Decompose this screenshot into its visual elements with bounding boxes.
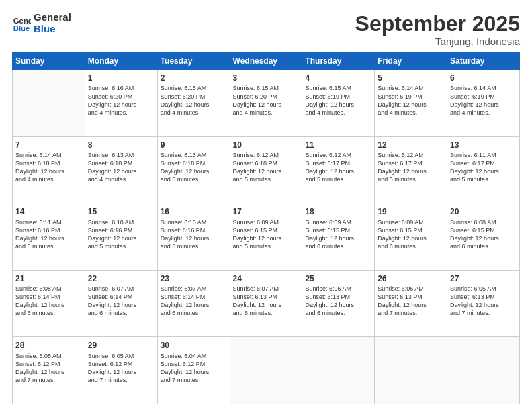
day-number: 25 [305,273,371,284]
calendar-cell [302,337,375,404]
logo-general: General [34,12,71,24]
calendar-cell [375,337,447,404]
day-number: 8 [88,140,154,150]
day-info: Sunrise: 6:06 AMSunset: 6:13 PMDaylight:… [378,285,444,318]
day-info: Sunrise: 6:09 AMSunset: 6:15 PMDaylight:… [305,218,371,251]
calendar-cell: 7Sunrise: 6:14 AMSunset: 6:18 PMDaylight… [13,136,85,203]
column-header-saturday: Saturday [447,53,520,70]
title-block: September 2025 Tanjung, Indonesia [355,12,520,47]
calendar-cell: 21Sunrise: 6:08 AMSunset: 6:14 PMDayligh… [13,270,85,337]
day-number: 16 [161,206,227,217]
day-number: 9 [161,140,227,150]
day-number: 1 [88,73,154,83]
calendar-cell: 29Sunrise: 6:05 AMSunset: 6:12 PMDayligh… [85,337,157,404]
column-header-thursday: Thursday [302,53,375,70]
location: Tanjung, Indonesia [355,36,520,47]
day-info: Sunrise: 6:07 AMSunset: 6:14 PMDaylight:… [161,285,227,318]
day-number: 12 [378,140,444,150]
calendar-cell: 19Sunrise: 6:09 AMSunset: 6:15 PMDayligh… [375,203,447,271]
day-number: 21 [15,273,82,284]
day-number: 30 [161,340,227,351]
calendar-cell: 13Sunrise: 6:11 AMSunset: 6:17 PMDayligh… [447,136,520,203]
calendar-cell [230,337,302,404]
day-info: Sunrise: 6:16 AMSunset: 6:20 PMDaylight:… [88,84,154,117]
day-number: 26 [378,273,444,284]
calendar-cell: 2Sunrise: 6:15 AMSunset: 6:20 PMDaylight… [157,70,230,137]
calendar-cell: 26Sunrise: 6:06 AMSunset: 6:13 PMDayligh… [375,270,447,337]
day-number: 28 [15,340,82,351]
page-header: General Blue General Blue September 2025… [12,12,520,47]
day-number: 13 [450,140,517,150]
day-info: Sunrise: 6:05 AMSunset: 6:12 PMDaylight:… [15,352,82,385]
day-number: 3 [233,73,300,83]
day-info: Sunrise: 6:15 AMSunset: 6:20 PMDaylight:… [161,84,227,117]
day-number: 15 [88,206,154,217]
day-info: Sunrise: 6:12 AMSunset: 6:17 PMDaylight:… [305,151,371,184]
day-number: 29 [88,340,154,351]
calendar-cell: 4Sunrise: 6:15 AMSunset: 6:19 PMDaylight… [302,70,375,137]
calendar-cell: 14Sunrise: 6:11 AMSunset: 6:16 PMDayligh… [13,203,85,271]
calendar-cell: 16Sunrise: 6:10 AMSunset: 6:16 PMDayligh… [157,203,230,271]
day-info: Sunrise: 6:08 AMSunset: 6:14 PMDaylight:… [15,285,82,318]
day-info: Sunrise: 6:12 AMSunset: 6:17 PMDaylight:… [378,151,444,184]
day-info: Sunrise: 6:15 AMSunset: 6:20 PMDaylight:… [233,84,300,117]
calendar-cell: 6Sunrise: 6:14 AMSunset: 6:19 PMDaylight… [447,70,520,137]
day-number: 10 [233,140,300,150]
day-info: Sunrise: 6:12 AMSunset: 6:18 PMDaylight:… [233,151,300,184]
day-number: 5 [378,73,444,83]
day-info: Sunrise: 6:06 AMSunset: 6:13 PMDaylight:… [305,285,371,318]
day-number: 11 [305,140,371,150]
calendar-cell: 23Sunrise: 6:07 AMSunset: 6:14 PMDayligh… [157,270,230,337]
day-number: 4 [305,73,371,83]
month-title: September 2025 [355,12,520,36]
logo-blue: Blue [34,24,71,35]
calendar-cell: 9Sunrise: 6:13 AMSunset: 6:18 PMDaylight… [157,136,230,203]
day-number: 14 [15,206,82,217]
calendar-cell: 22Sunrise: 6:07 AMSunset: 6:14 PMDayligh… [85,270,157,337]
day-number: 18 [305,206,371,217]
column-header-wednesday: Wednesday [230,53,302,70]
column-header-monday: Monday [85,53,157,70]
day-info: Sunrise: 6:14 AMSunset: 6:19 PMDaylight:… [450,84,517,117]
calendar-cell: 10Sunrise: 6:12 AMSunset: 6:18 PMDayligh… [230,136,302,203]
calendar-cell: 12Sunrise: 6:12 AMSunset: 6:17 PMDayligh… [375,136,447,203]
day-info: Sunrise: 6:13 AMSunset: 6:18 PMDaylight:… [88,151,154,184]
calendar-cell: 27Sunrise: 6:05 AMSunset: 6:13 PMDayligh… [447,270,520,337]
day-info: Sunrise: 6:09 AMSunset: 6:15 PMDaylight:… [233,218,300,251]
day-number: 23 [161,273,227,284]
calendar-week-row: 21Sunrise: 6:08 AMSunset: 6:14 PMDayligh… [13,270,520,337]
day-info: Sunrise: 6:08 AMSunset: 6:15 PMDaylight:… [450,218,517,251]
calendar-cell [13,70,85,137]
calendar-cell: 8Sunrise: 6:13 AMSunset: 6:18 PMDaylight… [85,136,157,203]
calendar-cell: 15Sunrise: 6:10 AMSunset: 6:16 PMDayligh… [85,203,157,271]
calendar-cell [447,337,520,404]
day-number: 19 [378,206,444,217]
calendar-week-row: 14Sunrise: 6:11 AMSunset: 6:16 PMDayligh… [13,203,520,271]
calendar-cell: 1Sunrise: 6:16 AMSunset: 6:20 PMDaylight… [85,70,157,137]
day-info: Sunrise: 6:13 AMSunset: 6:18 PMDaylight:… [161,151,227,184]
day-info: Sunrise: 6:07 AMSunset: 6:14 PMDaylight:… [88,285,154,318]
day-info: Sunrise: 6:10 AMSunset: 6:16 PMDaylight:… [88,218,154,251]
day-info: Sunrise: 6:10 AMSunset: 6:16 PMDaylight:… [161,218,227,251]
calendar-cell: 3Sunrise: 6:15 AMSunset: 6:20 PMDaylight… [230,70,302,137]
calendar-week-row: 28Sunrise: 6:05 AMSunset: 6:12 PMDayligh… [13,337,520,404]
day-number: 2 [161,73,227,83]
calendar-cell: 17Sunrise: 6:09 AMSunset: 6:15 PMDayligh… [230,203,302,271]
calendar-cell: 30Sunrise: 6:04 AMSunset: 6:12 PMDayligh… [157,337,230,404]
day-info: Sunrise: 6:11 AMSunset: 6:17 PMDaylight:… [450,151,517,184]
day-info: Sunrise: 6:09 AMSunset: 6:15 PMDaylight:… [378,218,444,251]
calendar-cell: 24Sunrise: 6:07 AMSunset: 6:13 PMDayligh… [230,270,302,337]
logo-icon: General Blue [12,14,31,33]
calendar-cell: 5Sunrise: 6:14 AMSunset: 6:19 PMDaylight… [375,70,447,137]
calendar-cell: 20Sunrise: 6:08 AMSunset: 6:15 PMDayligh… [447,203,520,271]
calendar-week-row: 1Sunrise: 6:16 AMSunset: 6:20 PMDaylight… [13,70,520,137]
calendar-cell: 25Sunrise: 6:06 AMSunset: 6:13 PMDayligh… [302,270,375,337]
day-info: Sunrise: 6:07 AMSunset: 6:13 PMDaylight:… [233,285,300,318]
day-number: 22 [88,273,154,284]
day-info: Sunrise: 6:05 AMSunset: 6:12 PMDaylight:… [88,352,154,385]
calendar-cell: 28Sunrise: 6:05 AMSunset: 6:12 PMDayligh… [13,337,85,404]
day-info: Sunrise: 6:04 AMSunset: 6:12 PMDaylight:… [161,352,227,385]
column-header-sunday: Sunday [13,53,85,70]
svg-text:Blue: Blue [13,24,30,32]
day-info: Sunrise: 6:05 AMSunset: 6:13 PMDaylight:… [450,285,517,318]
